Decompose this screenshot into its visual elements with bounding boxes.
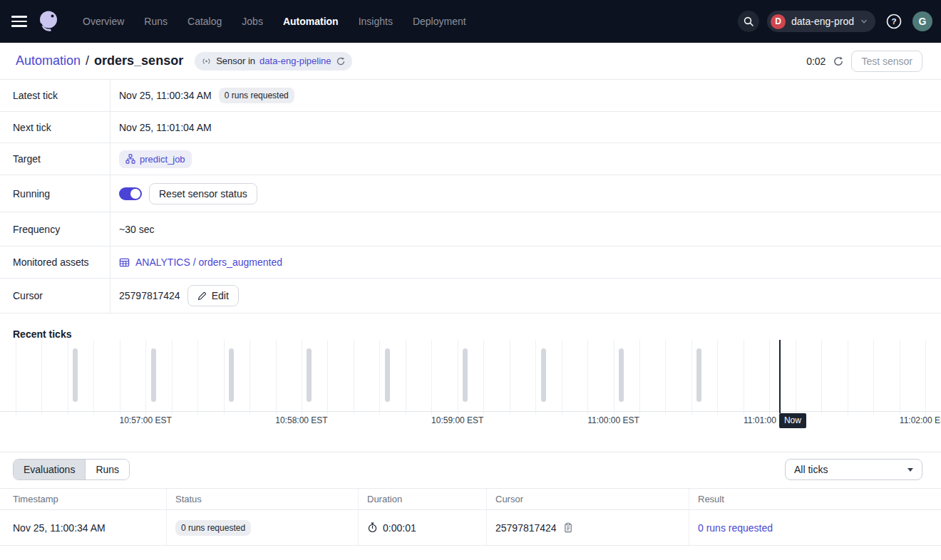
nav-item-catalog[interactable]: Catalog: [187, 16, 222, 27]
search-icon[interactable]: [738, 11, 759, 32]
monitored-assets-row: Monitored assets ANALYTICS / orders_augm…: [0, 247, 941, 279]
sensor-badge: Sensor in data-eng-pipeline: [195, 52, 351, 71]
gridline: [848, 340, 848, 415]
gridline: [93, 340, 94, 415]
nav-item-automation[interactable]: Automation: [283, 16, 339, 27]
tick-filter-dropdown[interactable]: All ticks: [785, 459, 922, 480]
recent-ticks-timeline[interactable]: 10:57:00 EST10:58:00 EST10:59:00 EST11:0…: [0, 340, 941, 428]
running-toggle[interactable]: [119, 187, 142, 200]
next-tick-value: Nov 25, 11:01:04 AM: [119, 122, 212, 133]
refresh-countdown: 0:02: [806, 56, 826, 67]
reset-sensor-status-button[interactable]: Reset sensor status: [149, 183, 257, 204]
nav-item-insights[interactable]: Insights: [359, 16, 393, 27]
target-label: Target: [0, 143, 110, 175]
running-row: Running Reset sensor status: [0, 175, 941, 212]
gridline: [562, 340, 562, 415]
reload-location-icon[interactable]: [336, 56, 346, 66]
target-job-chip[interactable]: predict_job: [119, 150, 192, 168]
cursor-label: Cursor: [0, 279, 110, 313]
time-axis-label: 10:57:00 EST: [119, 415, 171, 425]
gridline: [197, 340, 198, 415]
target-row: Target predict_job: [0, 143, 941, 175]
gridline: [224, 340, 225, 415]
latest-tick-value: Nov 25, 11:00:34 AM: [119, 90, 212, 101]
gridline: [16, 340, 16, 415]
breadcrumb-automation-link[interactable]: Automation: [16, 53, 81, 68]
nav-item-jobs[interactable]: Jobs: [242, 16, 263, 27]
monitored-asset-name: ANALYTICS / orders_augmented: [135, 256, 282, 268]
tick-event-bar[interactable]: [307, 348, 312, 402]
gridline: [276, 340, 277, 415]
gridline: [120, 340, 120, 415]
gridline: [302, 340, 302, 415]
nav-item-overview[interactable]: Overview: [83, 16, 124, 27]
table-row: Nov 25, 11:00:34 AM 0 runs requested 0:0…: [0, 510, 941, 546]
gridline: [68, 340, 68, 415]
monitored-assets-label: Monitored assets: [0, 247, 110, 278]
frequency-label: Frequency: [0, 212, 110, 246]
copy-cursor-icon[interactable]: [563, 522, 573, 533]
monitored-asset-link[interactable]: ANALYTICS / orders_augmented: [119, 256, 282, 268]
workspace-badge: D: [771, 14, 786, 29]
gridline: [717, 340, 718, 415]
page-header: Automation / orders_sensor Sensor in dat…: [0, 43, 941, 80]
time-axis-label: 10:58:00 EST: [275, 415, 327, 425]
frequency-row: Frequency ~30 sec: [0, 212, 941, 247]
refresh-icon[interactable]: [833, 56, 844, 67]
cursor-value: 25797817424: [119, 290, 180, 301]
top-nav: Overview Runs Catalog Jobs Automation In…: [0, 0, 941, 43]
stopwatch-icon: [367, 522, 378, 533]
user-avatar[interactable]: G: [912, 11, 932, 31]
code-location-link[interactable]: data-eng-pipeline: [259, 56, 331, 66]
workspace-switcher[interactable]: D data-eng-prod: [767, 11, 875, 32]
tab-evaluations[interactable]: Evaluations: [14, 460, 86, 479]
gridline: [614, 340, 615, 415]
gridline: [535, 340, 536, 415]
asset-table-icon: [119, 257, 130, 268]
gridline: [744, 340, 744, 415]
sensor-badge-prefix: Sensor in: [216, 56, 255, 66]
recent-ticks-heading: Recent ticks: [0, 313, 941, 340]
tick-event-bar[interactable]: [385, 348, 390, 402]
tick-event-bar[interactable]: [229, 348, 234, 402]
tick-event-bar[interactable]: [463, 348, 468, 402]
gridline: [665, 340, 666, 415]
job-icon: [125, 154, 135, 164]
gridline: [587, 340, 588, 415]
edit-cursor-button[interactable]: Edit: [187, 285, 239, 306]
row-result-link[interactable]: 0 runs requested: [698, 522, 773, 534]
tick-event-bar[interactable]: [73, 348, 78, 402]
gridline: [639, 340, 640, 415]
tick-event-bar[interactable]: [151, 348, 156, 402]
gridline: [379, 340, 380, 415]
col-cursor: Cursor: [486, 489, 689, 509]
nav-items: Overview Runs Catalog Jobs Automation In…: [83, 16, 466, 27]
latest-tick-label: Latest tick: [0, 80, 110, 111]
gridline: [691, 340, 692, 415]
cursor-row: Cursor 25797817424 Edit: [0, 279, 941, 313]
frequency-value: ~30 sec: [119, 224, 154, 235]
test-sensor-button[interactable]: Test sensor: [851, 51, 922, 72]
gridline: [821, 340, 822, 415]
nav-item-runs[interactable]: Runs: [144, 16, 168, 27]
next-tick-label: Next tick: [0, 112, 110, 142]
tab-runs[interactable]: Runs: [86, 460, 129, 479]
gridline: [172, 340, 173, 415]
row-timestamp: Nov 25, 11:00:34 AM: [13, 522, 106, 534]
gridline: [769, 340, 770, 415]
next-row-partial: [0, 546, 941, 549]
tick-event-bar[interactable]: [541, 348, 546, 402]
nav-item-deployment[interactable]: Deployment: [413, 16, 466, 27]
tick-event-bar[interactable]: [619, 348, 624, 402]
dagster-logo-icon[interactable]: [36, 9, 61, 34]
tick-event-bar[interactable]: [696, 348, 701, 402]
gridline: [510, 340, 510, 415]
sensor-icon: [201, 57, 212, 66]
gridline: [406, 340, 406, 415]
help-icon[interactable]: ?: [883, 11, 905, 32]
gridline: [900, 340, 900, 415]
tick-filter-value: All ticks: [794, 464, 828, 475]
col-timestamp: Timestamp: [0, 494, 166, 504]
menu-icon[interactable]: [11, 12, 30, 31]
row-status-badge: 0 runs requested: [175, 520, 251, 536]
